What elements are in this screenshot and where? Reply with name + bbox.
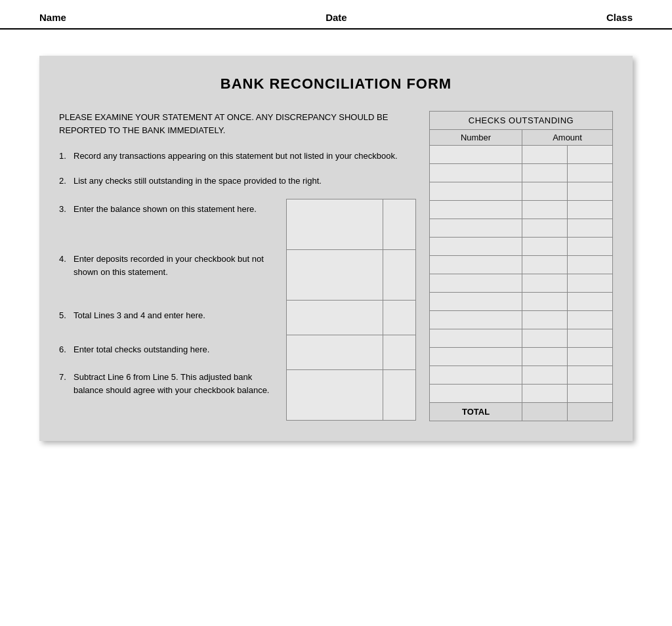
check-number-cell[interactable] (430, 146, 522, 164)
instruction-item-3: 3. Enter the balance shown on this state… (59, 199, 280, 249)
date-label: Date (326, 12, 347, 23)
item-3-number: 3. (59, 203, 74, 216)
check-row (430, 385, 613, 403)
check-number-cell[interactable] (430, 256, 522, 274)
check-number-cell[interactable] (430, 311, 522, 329)
check-row (430, 329, 613, 348)
item-7-text: Subtract Line 6 from Line 5. This adjust… (74, 371, 280, 396)
name-label: Name (39, 12, 66, 23)
check-number-cell[interactable] (430, 274, 522, 293)
input-7-main[interactable] (286, 370, 383, 420)
input-3-side[interactable] (383, 199, 416, 249)
item-1-number: 1. (59, 150, 74, 163)
check-number-cell[interactable] (430, 348, 522, 366)
notice-text: PLEASE EXAMINE YOUR STATEMENT AT ONCE. A… (59, 111, 416, 136)
check-side-cell[interactable] (568, 182, 613, 201)
check-row (430, 146, 613, 164)
check-amount-cell[interactable] (522, 146, 568, 164)
check-side-cell[interactable] (568, 366, 613, 385)
input-4-main[interactable] (286, 250, 383, 300)
check-side-cell[interactable] (568, 219, 613, 238)
check-amount-cell[interactable] (522, 385, 568, 403)
check-number-cell[interactable] (430, 238, 522, 256)
check-side-cell[interactable] (568, 164, 613, 182)
total-row: TOTAL (430, 403, 613, 421)
col-amount-header: Amount (522, 130, 613, 146)
check-side-cell[interactable] (568, 348, 613, 366)
check-amount-cell[interactable] (522, 256, 568, 274)
check-amount-cell[interactable] (522, 293, 568, 311)
item-4-number: 4. (59, 253, 74, 266)
input-boxes-column (286, 199, 416, 421)
item-6-text: Enter total checks outstanding here. (74, 343, 209, 356)
input-3-main[interactable] (286, 199, 383, 249)
item-4-text: Enter deposits recorded in your checkboo… (74, 253, 280, 278)
check-side-cell[interactable] (568, 238, 613, 256)
page-header: Name Date Class (0, 0, 672, 30)
check-row (430, 219, 613, 238)
class-label: Class (606, 12, 633, 23)
items-1-2: 1. Record any transactions appearing on … (59, 150, 416, 187)
check-amount-cell[interactable] (522, 182, 568, 201)
item-3-text: Enter the balance shown on this statemen… (74, 203, 257, 216)
form-container: BANK RECONCILIATION FORM PLEASE EXAMINE … (39, 56, 633, 441)
check-amount-cell[interactable] (522, 219, 568, 238)
check-number-cell[interactable] (430, 385, 522, 403)
check-number-cell[interactable] (430, 293, 522, 311)
total-side-cell[interactable] (568, 403, 613, 421)
check-side-cell[interactable] (568, 146, 613, 164)
input-5-main[interactable] (286, 301, 383, 335)
check-row (430, 311, 613, 329)
instruction-item-7: 7. Subtract Line 6 from Line 5. This adj… (59, 367, 280, 417)
check-number-cell[interactable] (430, 329, 522, 348)
instruction-item-5: 5. Total Lines 3 and 4 and enter here. (59, 299, 280, 333)
check-side-cell[interactable] (568, 293, 613, 311)
check-number-cell[interactable] (430, 182, 522, 201)
item-6-number: 6. (59, 343, 74, 356)
check-amount-cell[interactable] (522, 366, 568, 385)
items-and-inputs: 3. Enter the balance shown on this state… (59, 199, 416, 421)
total-amount-cell[interactable] (522, 403, 568, 421)
check-amount-cell[interactable] (522, 238, 568, 256)
instruction-item-1: 1. Record any transactions appearing on … (59, 150, 416, 163)
input-row-4 (286, 249, 416, 300)
check-amount-cell[interactable] (522, 348, 568, 366)
input-6-side[interactable] (383, 335, 416, 369)
check-amount-cell[interactable] (522, 201, 568, 219)
check-row (430, 238, 613, 256)
input-4-side[interactable] (383, 250, 416, 300)
items-list: 3. Enter the balance shown on this state… (59, 199, 280, 417)
check-amount-cell[interactable] (522, 274, 568, 293)
checks-outstanding-title: CHECKS OUTSTANDING (430, 112, 613, 130)
check-row (430, 274, 613, 293)
input-row-7 (286, 369, 416, 421)
check-side-cell[interactable] (568, 256, 613, 274)
check-amount-cell[interactable] (522, 311, 568, 329)
instruction-item-4: 4. Enter deposits recorded in your check… (59, 249, 280, 299)
check-side-cell[interactable] (568, 274, 613, 293)
check-row (430, 164, 613, 182)
input-5-side[interactable] (383, 301, 416, 335)
check-amount-cell[interactable] (522, 164, 568, 182)
check-side-cell[interactable] (568, 329, 613, 348)
item-5-text: Total Lines 3 and 4 and enter here. (74, 309, 205, 322)
col-number-header: Number (430, 130, 522, 146)
checks-table: CHECKS OUTSTANDING Number Amount (429, 111, 613, 421)
check-side-cell[interactable] (568, 385, 613, 403)
instruction-item-6: 6. Enter total checks outstanding here. (59, 333, 280, 367)
input-6-main[interactable] (286, 335, 383, 369)
check-row (430, 293, 613, 311)
check-number-cell[interactable] (430, 164, 522, 182)
input-7-side[interactable] (383, 370, 416, 420)
check-number-cell[interactable] (430, 366, 522, 385)
check-number-cell[interactable] (430, 201, 522, 219)
check-amount-cell[interactable] (522, 329, 568, 348)
input-row-5 (286, 300, 416, 335)
check-side-cell[interactable] (568, 311, 613, 329)
check-number-cell[interactable] (430, 219, 522, 238)
total-label: TOTAL (430, 403, 522, 421)
item-2-text: List any checks still outstanding in the… (74, 175, 322, 188)
item-5-number: 5. (59, 309, 74, 322)
input-row-3 (286, 199, 416, 249)
check-side-cell[interactable] (568, 201, 613, 219)
